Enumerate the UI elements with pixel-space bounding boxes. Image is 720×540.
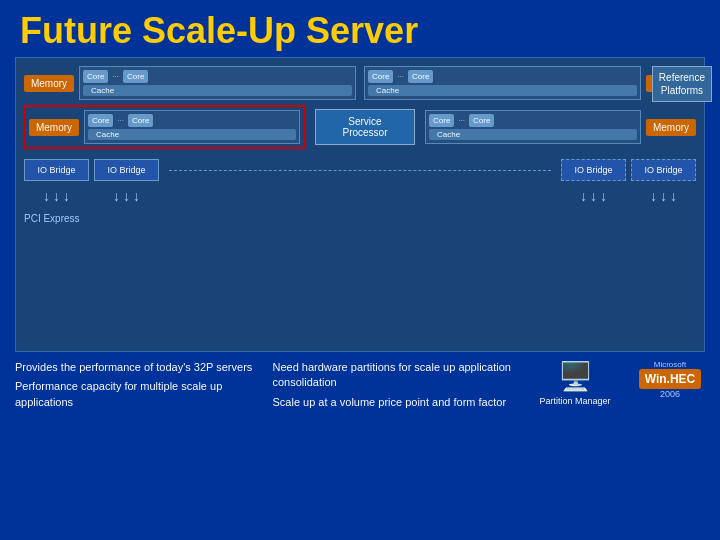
- winhec-panel: Microsoft Win.HEC 2006: [635, 360, 705, 414]
- bottom-right-line2: Scale up at a volume price point and for…: [273, 395, 516, 410]
- diagram-area: Reference Platforms Memory Core ··· Core…: [15, 57, 705, 352]
- arrow-down: ↓: [63, 188, 70, 204]
- arrow-down: ↓: [123, 188, 130, 204]
- arrow-down: ↓: [600, 188, 607, 204]
- computer-icon: 🖥️: [558, 360, 593, 393]
- cpu-group-left-2: Core ··· Core Cache: [84, 110, 300, 144]
- cache-box: Cache: [88, 129, 296, 140]
- bridge-section: IO Bridge IO Bridge IO Bridge IO Bridge: [24, 159, 696, 181]
- core-box: Core: [83, 70, 108, 83]
- bottom-right-line1: Need hardware partitions for scale up ap…: [273, 360, 516, 391]
- bottom-left: Provides the performance of today's 32P …: [15, 360, 258, 414]
- cpu-row-1: Memory Core ··· Core Cache Core ··· Core: [24, 66, 696, 100]
- core-box: Core: [368, 70, 393, 83]
- arrow-down: ↓: [590, 188, 597, 204]
- bottom-left-line2: Performance capacity for multiple scale …: [15, 379, 258, 410]
- cache-box: Cache: [429, 129, 637, 140]
- arrow-down: ↓: [53, 188, 60, 204]
- winhec-year: 2006: [660, 389, 680, 399]
- memory-right-2: Memory: [646, 119, 696, 136]
- core-box: Core: [88, 114, 113, 127]
- cpu-group-right-1: Core ··· Core Cache: [364, 66, 641, 100]
- core-box: Core: [429, 114, 454, 127]
- cache-box: Cache: [368, 85, 637, 96]
- arrow-down: ↓: [43, 188, 50, 204]
- arrow-down: ↓: [650, 188, 657, 204]
- arrow-down: ↓: [580, 188, 587, 204]
- winhec-logo: Win.HEC: [639, 369, 702, 389]
- microsoft-label: Microsoft: [654, 360, 686, 369]
- arrow-down: ↓: [670, 188, 677, 204]
- service-processor: Service Processor: [315, 109, 415, 145]
- bottom-right: Need hardware partitions for scale up ap…: [273, 360, 516, 414]
- bridge-1: IO Bridge: [24, 159, 89, 181]
- partition-manager-panel: 🖥️ Partition Manager: [530, 360, 620, 414]
- arrow-down: ↓: [113, 188, 120, 204]
- pci-express-label: PCI Express: [24, 211, 696, 226]
- bridge-2: IO Bridge: [94, 159, 159, 181]
- cpu-group-left-1: Core ··· Core Cache: [79, 66, 356, 100]
- core-box: Core: [469, 114, 494, 127]
- arrow-down: ↓: [133, 188, 140, 204]
- bridge-3: IO Bridge: [561, 159, 626, 181]
- core-box: Core: [123, 70, 148, 83]
- cpu-row-2: Memory Core ··· Core Cache Service Proce…: [24, 105, 696, 149]
- bottom-left-line1: Provides the performance of today's 32P …: [15, 360, 258, 375]
- memory-left-1: Memory: [24, 75, 74, 92]
- bottom-section: Provides the performance of today's 32P …: [0, 352, 720, 422]
- core-box: Core: [128, 114, 153, 127]
- page-title: Future Scale-Up Server: [0, 0, 720, 57]
- arrows-row: ↓ ↓ ↓ ↓ ↓ ↓ ↓ ↓ ↓ ↓ ↓ ↓: [24, 186, 696, 206]
- partition-manager-label: Partition Manager: [539, 396, 610, 406]
- reference-platforms: Reference Platforms: [652, 66, 712, 102]
- bridge-4: IO Bridge: [631, 159, 696, 181]
- cache-box: Cache: [83, 85, 352, 96]
- memory-left-2: Memory: [29, 119, 79, 136]
- arrow-down: ↓: [660, 188, 667, 204]
- core-box: Core: [408, 70, 433, 83]
- cpu-group-right-2: Core ··· Core Cache: [425, 110, 641, 144]
